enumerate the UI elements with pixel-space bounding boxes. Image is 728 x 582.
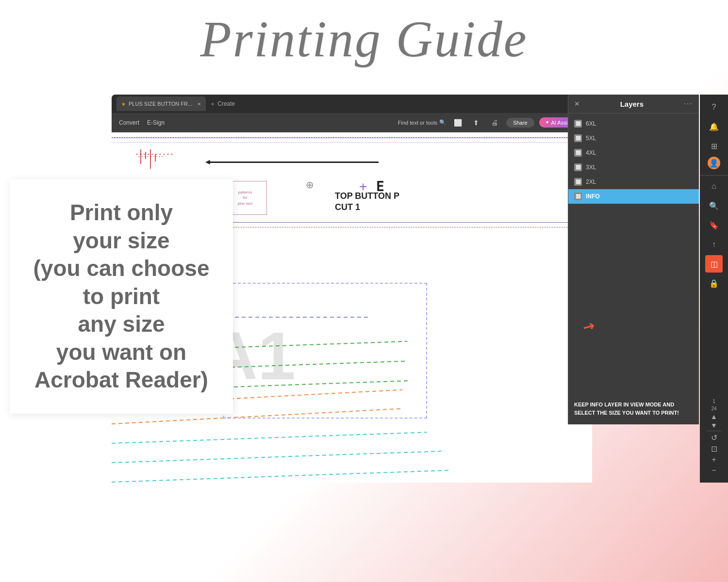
search-bar[interactable]: Find text or tools 🔍 bbox=[398, 119, 446, 126]
layer-icon-6xl: ⬜ bbox=[574, 120, 582, 128]
lock-icon[interactable]: 🔒 bbox=[705, 275, 723, 292]
sewing-line-cyan-2 bbox=[112, 451, 442, 463]
title-text: Printing Guide bbox=[200, 11, 528, 67]
layer-3xl[interactable]: ⬜ 3XL bbox=[568, 160, 699, 175]
tab-close-button[interactable]: ✕ bbox=[197, 101, 201, 107]
info-text-box: Print only your size (you can choose to … bbox=[10, 179, 233, 414]
tab-title: PLUS SIZE BUTTON FR... bbox=[129, 101, 192, 107]
print-icon[interactable]: 🖨 bbox=[488, 116, 501, 129]
divider-1 bbox=[700, 175, 728, 176]
layers-more-button[interactable]: ··· bbox=[684, 99, 693, 108]
label-line2: for bbox=[237, 195, 252, 200]
layer-4xl[interactable]: ⬜ 4XL bbox=[568, 146, 699, 160]
layer-name-6xl: 6XL bbox=[586, 120, 596, 127]
toolbar: Convert E-Sign Find text or tools 🔍 ⬜ ⬆ … bbox=[112, 113, 592, 132]
layer-icon-2xl: ⬜ bbox=[574, 178, 582, 186]
layer-info[interactable]: ⬜ INFO bbox=[568, 189, 699, 204]
current-page: 1 bbox=[712, 399, 715, 404]
active-tab[interactable]: ★ PLUS SIZE BUTTON FR... ✕ bbox=[116, 97, 206, 111]
layer-icon-3xl: ⬜ bbox=[574, 163, 582, 171]
plus-icon: ＋ bbox=[210, 100, 215, 108]
info-line6: you want on bbox=[27, 339, 216, 367]
tab-bar: ★ PLUS SIZE BUTTON FR... ✕ ＋ Create bbox=[112, 95, 592, 113]
ai-icon: ✦ bbox=[545, 119, 549, 126]
layer-name-5xl: 5XL bbox=[586, 135, 596, 142]
create-label: Create bbox=[217, 100, 235, 107]
profile-icon[interactable]: 👤 bbox=[708, 157, 720, 169]
layers-list: ⬜ 6XL ⬜ 5XL ⬜ 4XL ⬜ 3XL ⬜ 2XL ⬜ INFO bbox=[568, 113, 699, 396]
info-text: Print only your size (you can choose to … bbox=[27, 199, 216, 394]
pattern-piece-outline bbox=[223, 283, 427, 419]
rotate-button[interactable]: ↺ bbox=[711, 433, 717, 442]
menu-bar: Convert E-Sign bbox=[119, 119, 165, 126]
notifications-icon[interactable]: 🔔 bbox=[705, 118, 723, 135]
next-page-button[interactable]: ▼ bbox=[711, 422, 717, 429]
convert-menu[interactable]: Convert bbox=[119, 119, 139, 126]
layers-close-button[interactable]: ✕ bbox=[574, 100, 580, 108]
layers-instruction: KEEP INFO LAYER IN VIEW MODE AND SELECT … bbox=[568, 396, 699, 424]
layer-name-3xl: 3XL bbox=[586, 164, 596, 171]
bookmark-icon[interactable]: 🔖 bbox=[705, 216, 723, 234]
layer-5xl[interactable]: ⬜ 5XL bbox=[568, 131, 699, 146]
info-line1: Print only bbox=[27, 199, 216, 227]
pattern-title-line1: TOP BUTTON P bbox=[335, 191, 399, 202]
pattern-title: TOP BUTTON P CUT 1 bbox=[335, 191, 399, 213]
tab-pdf-icon: ★ bbox=[121, 101, 126, 107]
layers-panel-title: Layers bbox=[620, 100, 644, 108]
layer-name-info: INFO bbox=[586, 193, 600, 200]
home-icon[interactable]: ⌂ bbox=[705, 178, 723, 195]
label-line3: plus size bbox=[237, 201, 252, 206]
tick-marks bbox=[138, 149, 167, 180]
total-pages: 24 bbox=[711, 406, 716, 411]
layer-icon-5xl: ⬜ bbox=[574, 134, 582, 142]
magnify-icon[interactable]: 🔍 bbox=[705, 197, 723, 214]
layer-name-4xl: 4XL bbox=[586, 149, 596, 156]
share-button[interactable]: Share bbox=[506, 118, 534, 128]
layers-panel: ✕ Layers ··· ⬜ 6XL ⬜ 5XL ⬜ 4XL ⬜ 3XL ⬜ 2… bbox=[568, 95, 699, 424]
pattern-title-line2: CUT 1 bbox=[335, 202, 399, 213]
label-line1: patterns bbox=[237, 190, 252, 195]
search-icon: 🔍 bbox=[439, 119, 446, 126]
arrow-indicator bbox=[209, 162, 379, 163]
layer-icon-info: ⬜ bbox=[574, 193, 582, 200]
fit-page-button[interactable]: ⊡ bbox=[711, 444, 717, 453]
layer-2xl[interactable]: ⬜ 2XL bbox=[568, 175, 699, 189]
esign-menu[interactable]: E-Sign bbox=[147, 119, 165, 126]
zoom-in-button[interactable]: + bbox=[711, 455, 716, 464]
info-line2: your size bbox=[27, 227, 216, 255]
info-line7: Acrobat Reader) bbox=[27, 366, 216, 394]
layers-icon[interactable]: ◫ bbox=[705, 255, 723, 273]
page-title: Printing Guide bbox=[200, 10, 528, 68]
prev-page-button[interactable]: ▲ bbox=[711, 413, 717, 420]
right-sidebar: ? 🔔 ⊞ 👤 ⌂ 🔍 🔖 ↑ ◫ 🔒 1 24 ▲ ▼ ↺ ⊡ + − bbox=[700, 95, 728, 483]
divider-2 bbox=[707, 431, 721, 431]
search-label: Find text or tools bbox=[398, 120, 437, 126]
layer-6xl[interactable]: ⬜ 6XL bbox=[568, 116, 699, 131]
upload-icon[interactable]: ⬆ bbox=[469, 116, 483, 129]
layer-icon-4xl: ⬜ bbox=[574, 149, 582, 157]
apps-icon[interactable]: ⊞ bbox=[705, 137, 723, 155]
crosshair-2: ⊕ bbox=[304, 179, 315, 191]
new-tab-button[interactable]: ＋ Create bbox=[210, 100, 235, 108]
layers-panel-header: ✕ Layers ··· bbox=[568, 95, 699, 113]
layer-name-2xl: 2XL bbox=[586, 178, 596, 185]
zoom-out-button[interactable]: − bbox=[711, 466, 716, 475]
bottom-controls: 1 24 ▲ ▼ ↺ ⊡ + − bbox=[700, 399, 728, 479]
help-icon[interactable]: ? bbox=[705, 98, 723, 116]
info-line3: (you can choose bbox=[27, 255, 216, 283]
toolbar-right: Find text or tools 🔍 ⬜ ⬆ 🖨 Share ✦ AI As… bbox=[398, 116, 585, 129]
sewing-line-cyan-3 bbox=[112, 470, 451, 483]
info-line4: to print bbox=[27, 283, 216, 311]
info-line5: any size bbox=[27, 310, 216, 339]
save-icon[interactable]: ⬜ bbox=[451, 116, 464, 129]
export-icon[interactable]: ↑ bbox=[705, 236, 723, 253]
sewing-line-cyan-1 bbox=[112, 432, 427, 444]
